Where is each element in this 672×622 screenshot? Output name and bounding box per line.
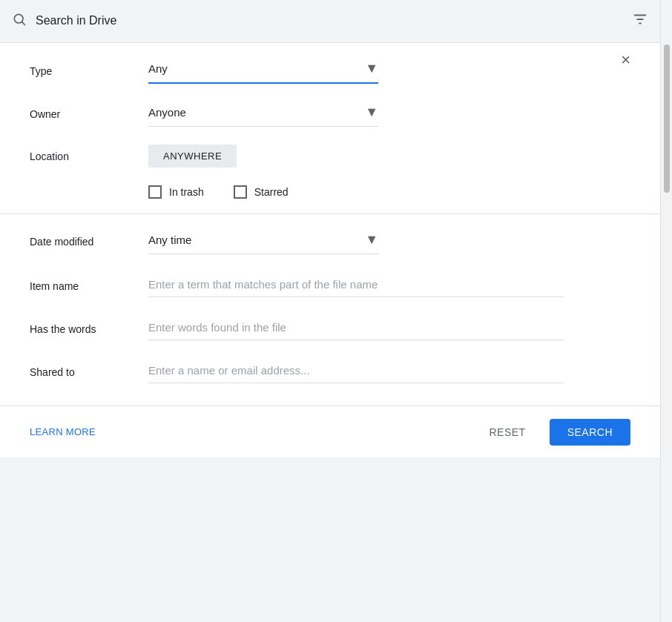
location-row: Location ANYWHERE	[30, 145, 630, 168]
item-name-input[interactable]	[148, 275, 564, 297]
type-label: Type	[30, 65, 148, 77]
close-button[interactable]: ×	[621, 52, 630, 68]
in-trash-label: In trash	[169, 186, 204, 198]
has-words-input[interactable]	[148, 318, 564, 340]
svg-line-1	[22, 21, 25, 24]
location-label: Location	[30, 150, 148, 162]
starred-checkbox-item[interactable]: Starred	[234, 185, 289, 199]
reset-button[interactable]: RESET	[477, 420, 537, 444]
anywhere-button[interactable]: ANYWHERE	[148, 145, 237, 168]
in-trash-checkbox[interactable]	[148, 185, 162, 199]
location-control: ANYWHERE	[148, 145, 386, 168]
type-value: Any	[148, 62, 168, 75]
section-filters: × Type Any ▼ Owner Anyone ▼	[0, 43, 660, 214]
item-name-row: Item name	[30, 275, 630, 297]
item-name-label: Item name	[30, 280, 148, 292]
search-dialog: × Type Any ▼ Owner Anyone ▼	[0, 42, 660, 457]
has-words-label: Has the words	[30, 323, 148, 335]
in-trash-checkbox-item[interactable]: In trash	[148, 185, 204, 199]
search-icon	[12, 12, 27, 30]
type-dropdown[interactable]: Any ▼	[148, 58, 378, 84]
type-select[interactable]: Any ▼	[148, 58, 386, 84]
search-button[interactable]: SEARCH	[550, 419, 630, 446]
owner-label: Owner	[30, 108, 148, 120]
shared-to-input[interactable]	[148, 361, 564, 383]
shared-to-row: Shared to	[30, 361, 630, 383]
date-modified-label: Date modified	[30, 236, 148, 248]
owner-dropdown[interactable]: Anyone ▼	[148, 102, 378, 127]
owner-select[interactable]: Anyone ▼	[148, 102, 386, 127]
learn-more-button[interactable]: LEARN MORE	[30, 426, 96, 437]
main-container: Search in Drive × Type Any ▼	[0, 0, 672, 622]
date-modified-value: Any time	[148, 234, 191, 246]
date-modified-dropdown[interactable]: Any time ▼	[148, 229, 378, 254]
dialog-footer: LEARN MORE RESET SEARCH	[0, 406, 660, 457]
shared-to-label: Shared to	[30, 366, 148, 378]
type-row: Type Any ▼	[30, 58, 630, 84]
filter-icon[interactable]	[632, 11, 648, 31]
scrollbar[interactable]	[660, 0, 672, 622]
owner-row: Owner Anyone ▼	[30, 102, 630, 127]
search-bar-label: Search in Drive	[36, 14, 623, 27]
owner-value: Anyone	[148, 106, 186, 119]
date-modified-row: Date modified Any time ▼	[30, 229, 630, 254]
checkbox-row: In trash Starred	[30, 185, 630, 199]
footer-actions: RESET SEARCH	[477, 419, 630, 446]
svg-point-0	[14, 14, 23, 23]
starred-label: Starred	[254, 186, 289, 198]
starred-checkbox[interactable]	[234, 185, 247, 199]
scrollbar-thumb[interactable]	[664, 44, 670, 193]
search-bar: Search in Drive	[0, 0, 660, 42]
owner-chevron-icon: ▼	[365, 105, 378, 120]
has-words-row: Has the words	[30, 318, 630, 340]
type-chevron-icon: ▼	[365, 61, 378, 76]
date-chevron-icon: ▼	[365, 232, 378, 248]
